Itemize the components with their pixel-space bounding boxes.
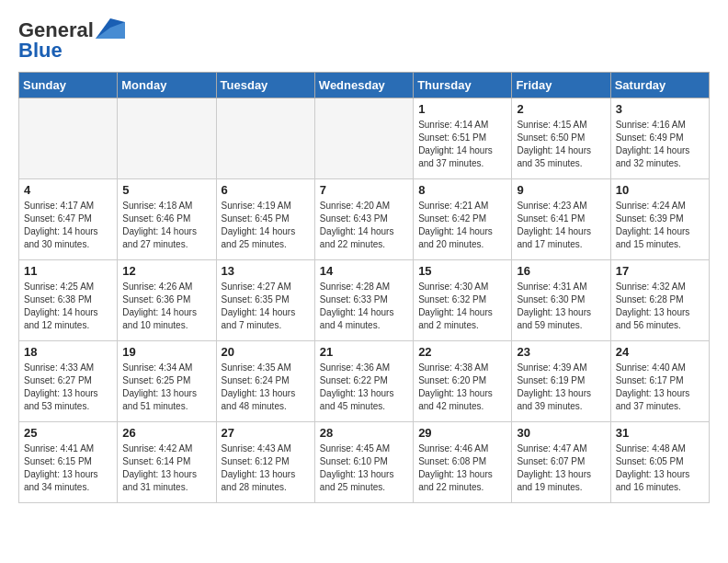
day-number: 31: [616, 426, 704, 440]
day-number: 22: [418, 345, 506, 359]
calendar-cell: 31Sunrise: 4:48 AM Sunset: 6:05 PM Dayli…: [610, 422, 709, 503]
calendar: SundayMondayTuesdayWednesdayThursdayFrid…: [18, 72, 710, 503]
day-info: Sunrise: 4:17 AM Sunset: 6:47 PM Dayligh…: [24, 200, 112, 251]
calendar-week-3: 11Sunrise: 4:25 AM Sunset: 6:38 PM Dayli…: [19, 260, 710, 341]
day-number: 1: [418, 102, 506, 116]
header: General Blue: [18, 18, 710, 63]
calendar-cell: 26Sunrise: 4:42 AM Sunset: 6:14 PM Dayli…: [118, 422, 216, 503]
calendar-cell: 5Sunrise: 4:18 AM Sunset: 6:46 PM Daylig…: [118, 179, 216, 260]
day-info: Sunrise: 4:36 AM Sunset: 6:22 PM Dayligh…: [320, 362, 408, 413]
day-info: Sunrise: 4:26 AM Sunset: 6:36 PM Dayligh…: [122, 281, 210, 332]
calendar-cell: 13Sunrise: 4:27 AM Sunset: 6:35 PM Dayli…: [216, 260, 314, 341]
calendar-cell: 29Sunrise: 4:46 AM Sunset: 6:08 PM Dayli…: [414, 422, 512, 503]
day-number: 14: [320, 264, 408, 278]
calendar-cell: 21Sunrise: 4:36 AM Sunset: 6:22 PM Dayli…: [314, 341, 413, 422]
calendar-cell: 17Sunrise: 4:32 AM Sunset: 6:28 PM Dayli…: [610, 260, 709, 341]
day-info: Sunrise: 4:24 AM Sunset: 6:39 PM Dayligh…: [616, 200, 704, 251]
calendar-cell: [118, 98, 216, 179]
day-header-monday: Monday: [118, 73, 216, 98]
calendar-week-1: 1Sunrise: 4:14 AM Sunset: 6:51 PM Daylig…: [19, 98, 710, 179]
day-info: Sunrise: 4:30 AM Sunset: 6:32 PM Dayligh…: [418, 281, 506, 332]
calendar-week-5: 25Sunrise: 4:41 AM Sunset: 6:15 PM Dayli…: [19, 422, 710, 503]
logo-icon: [96, 18, 125, 39]
day-info: Sunrise: 4:42 AM Sunset: 6:14 PM Dayligh…: [122, 442, 210, 494]
day-number: 19: [122, 345, 210, 359]
calendar-week-4: 18Sunrise: 4:33 AM Sunset: 6:27 PM Dayli…: [19, 341, 710, 422]
day-number: 16: [517, 264, 605, 278]
calendar-cell: 12Sunrise: 4:26 AM Sunset: 6:36 PM Dayli…: [118, 260, 216, 341]
day-info: Sunrise: 4:41 AM Sunset: 6:15 PM Dayligh…: [24, 442, 112, 494]
day-info: Sunrise: 4:38 AM Sunset: 6:20 PM Dayligh…: [418, 362, 506, 413]
day-number: 28: [320, 426, 408, 440]
day-header-thursday: Thursday: [414, 73, 512, 98]
calendar-cell: 22Sunrise: 4:38 AM Sunset: 6:20 PM Dayli…: [414, 341, 512, 422]
calendar-cell: [314, 98, 413, 179]
calendar-cell: 20Sunrise: 4:35 AM Sunset: 6:24 PM Dayli…: [216, 341, 314, 422]
day-info: Sunrise: 4:27 AM Sunset: 6:35 PM Dayligh…: [222, 281, 310, 332]
day-number: 26: [122, 426, 210, 440]
day-info: Sunrise: 4:45 AM Sunset: 6:10 PM Dayligh…: [320, 442, 408, 494]
day-number: 29: [418, 426, 506, 440]
day-info: Sunrise: 4:34 AM Sunset: 6:25 PM Dayligh…: [122, 362, 210, 413]
day-info: Sunrise: 4:21 AM Sunset: 6:42 PM Dayligh…: [418, 200, 506, 251]
day-number: 6: [222, 183, 310, 197]
day-header-sunday: Sunday: [19, 73, 118, 98]
day-info: Sunrise: 4:32 AM Sunset: 6:28 PM Dayligh…: [616, 281, 704, 332]
calendar-cell: 19Sunrise: 4:34 AM Sunset: 6:25 PM Dayli…: [118, 341, 216, 422]
day-number: 24: [616, 345, 704, 359]
day-number: 7: [320, 183, 408, 197]
calendar-header-row: SundayMondayTuesdayWednesdayThursdayFrid…: [19, 73, 710, 98]
logo-blue: Blue: [18, 39, 63, 63]
day-info: Sunrise: 4:18 AM Sunset: 6:46 PM Dayligh…: [122, 200, 210, 251]
day-info: Sunrise: 4:25 AM Sunset: 6:38 PM Dayligh…: [24, 281, 112, 332]
day-info: Sunrise: 4:28 AM Sunset: 6:33 PM Dayligh…: [320, 281, 408, 332]
calendar-cell: 11Sunrise: 4:25 AM Sunset: 6:38 PM Dayli…: [19, 260, 118, 341]
day-number: 15: [418, 264, 506, 278]
calendar-cell: [19, 98, 118, 179]
day-header-tuesday: Tuesday: [216, 73, 314, 98]
day-number: 8: [418, 183, 506, 197]
calendar-cell: 6Sunrise: 4:19 AM Sunset: 6:45 PM Daylig…: [216, 179, 314, 260]
day-info: Sunrise: 4:39 AM Sunset: 6:19 PM Dayligh…: [517, 362, 605, 413]
calendar-cell: 30Sunrise: 4:47 AM Sunset: 6:07 PM Dayli…: [512, 422, 610, 503]
day-number: 12: [122, 264, 210, 278]
day-number: 4: [24, 183, 112, 197]
day-info: Sunrise: 4:40 AM Sunset: 6:17 PM Dayligh…: [616, 362, 704, 413]
calendar-cell: 7Sunrise: 4:20 AM Sunset: 6:43 PM Daylig…: [314, 179, 413, 260]
day-header-saturday: Saturday: [610, 73, 709, 98]
day-info: Sunrise: 4:33 AM Sunset: 6:27 PM Dayligh…: [24, 362, 112, 413]
day-number: 21: [320, 345, 408, 359]
calendar-cell: 1Sunrise: 4:14 AM Sunset: 6:51 PM Daylig…: [414, 98, 512, 179]
day-number: 13: [222, 264, 310, 278]
day-info: Sunrise: 4:48 AM Sunset: 6:05 PM Dayligh…: [616, 442, 704, 494]
day-number: 27: [222, 426, 310, 440]
calendar-cell: 9Sunrise: 4:23 AM Sunset: 6:41 PM Daylig…: [512, 179, 610, 260]
day-number: 9: [517, 183, 605, 197]
day-number: 10: [616, 183, 704, 197]
day-header-friday: Friday: [512, 73, 610, 98]
day-number: 23: [517, 345, 605, 359]
calendar-cell: 8Sunrise: 4:21 AM Sunset: 6:42 PM Daylig…: [414, 179, 512, 260]
day-info: Sunrise: 4:35 AM Sunset: 6:24 PM Dayligh…: [222, 362, 310, 413]
calendar-cell: 28Sunrise: 4:45 AM Sunset: 6:10 PM Dayli…: [314, 422, 413, 503]
day-number: 18: [24, 345, 112, 359]
day-info: Sunrise: 4:47 AM Sunset: 6:07 PM Dayligh…: [517, 442, 605, 494]
day-info: Sunrise: 4:15 AM Sunset: 6:50 PM Dayligh…: [517, 119, 605, 170]
day-info: Sunrise: 4:23 AM Sunset: 6:41 PM Dayligh…: [517, 200, 605, 251]
day-header-wednesday: Wednesday: [314, 73, 413, 98]
calendar-week-2: 4Sunrise: 4:17 AM Sunset: 6:47 PM Daylig…: [19, 179, 710, 260]
day-number: 5: [122, 183, 210, 197]
calendar-cell: 25Sunrise: 4:41 AM Sunset: 6:15 PM Dayli…: [19, 422, 118, 503]
calendar-cell: 2Sunrise: 4:15 AM Sunset: 6:50 PM Daylig…: [512, 98, 610, 179]
calendar-cell: 15Sunrise: 4:30 AM Sunset: 6:32 PM Dayli…: [414, 260, 512, 341]
day-number: 2: [517, 102, 605, 116]
day-number: 25: [24, 426, 112, 440]
day-number: 30: [517, 426, 605, 440]
calendar-cell: [216, 98, 314, 179]
calendar-cell: 10Sunrise: 4:24 AM Sunset: 6:39 PM Dayli…: [610, 179, 709, 260]
calendar-cell: 4Sunrise: 4:17 AM Sunset: 6:47 PM Daylig…: [19, 179, 118, 260]
day-number: 20: [222, 345, 310, 359]
day-info: Sunrise: 4:20 AM Sunset: 6:43 PM Dayligh…: [320, 200, 408, 251]
day-info: Sunrise: 4:31 AM Sunset: 6:30 PM Dayligh…: [517, 281, 605, 332]
calendar-cell: 18Sunrise: 4:33 AM Sunset: 6:27 PM Dayli…: [19, 341, 118, 422]
